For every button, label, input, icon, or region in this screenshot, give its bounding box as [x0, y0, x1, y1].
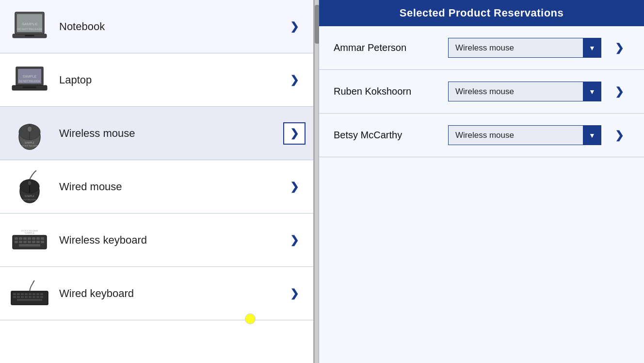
reservation-list: Ammar Peterson Wireless mouse Notebook L…: [319, 26, 644, 363]
svg-text:DO NOT RELEASE: DO NOT RELEASE: [17, 28, 43, 31]
wireless-keyboard-icon: SAMPLE DO NOT RELEASE: [8, 221, 51, 260]
product-name-wired-mouse: Wired mouse: [59, 181, 283, 193]
svg-rect-45: [13, 293, 16, 295]
wired-keyboard-icon: [8, 274, 51, 313]
svg-rect-47: [21, 293, 24, 295]
product-name-laptop: Laptop: [59, 74, 283, 86]
chevron-right-icon: ❯: [290, 287, 299, 300]
product-select-ammar[interactable]: Wireless mouse Notebook Laptop Wired mou…: [448, 38, 601, 58]
product-list: SAMPLE DO NOT RELEASE Notebook ❯ SAMPLE …: [0, 0, 314, 363]
svg-text:DO NOT RELEASE: DO NOT RELEASE: [21, 145, 38, 147]
panel-header: Selected Product Reservations: [319, 0, 644, 26]
chevron-right-icon: ❯: [290, 20, 299, 33]
chevron-right-icon: ❯: [290, 127, 299, 140]
notebook-chevron-button[interactable]: ❯: [283, 16, 306, 38]
chevron-right-icon: ❯: [615, 85, 624, 98]
svg-text:SAMPLE: SAMPLE: [22, 22, 37, 26]
product-select-betsy[interactable]: Wireless mouse Notebook Laptop Wired mou…: [448, 125, 601, 145]
wireless-mouse-icon: SAMPLE DO NOT RELEASE: [8, 114, 51, 153]
product-name-notebook: Notebook: [59, 20, 283, 33]
reservation-name-betsy: Betsy McCarthy: [334, 130, 440, 141]
svg-rect-27: [15, 237, 18, 240]
reservation-row-ammar: Ammar Peterson Wireless mouse Notebook L…: [319, 26, 644, 70]
svg-rect-40: [41, 241, 44, 243]
svg-rect-4: [25, 35, 34, 36]
svg-text:SAMPLE: SAMPLE: [25, 141, 35, 144]
chevron-right-icon: ❯: [615, 129, 624, 142]
chevron-right-icon: ❯: [290, 181, 299, 193]
svg-rect-58: [32, 296, 35, 298]
svg-rect-37: [28, 241, 31, 243]
svg-rect-33: [41, 237, 44, 240]
svg-rect-59: [36, 296, 39, 298]
reservation-name-ammar: Ammar Peterson: [334, 42, 440, 53]
panel-title: Selected Product Reservations: [400, 7, 564, 19]
svg-rect-52: [40, 293, 43, 295]
svg-rect-51: [36, 293, 39, 295]
svg-rect-48: [25, 293, 28, 295]
product-select-ruben[interactable]: Wireless mouse Notebook Laptop Wired mou…: [448, 82, 601, 101]
svg-text:SAMPLE: SAMPLE: [25, 195, 35, 198]
product-item-notebook[interactable]: SAMPLE DO NOT RELEASE Notebook ❯: [0, 0, 313, 53]
svg-rect-49: [29, 293, 32, 295]
svg-rect-36: [23, 241, 27, 243]
svg-rect-34: [15, 241, 18, 243]
svg-rect-41: [19, 244, 40, 247]
product-item-wireless-keyboard[interactable]: SAMPLE DO NOT RELEASE Wireless keyboard …: [0, 214, 313, 267]
product-item-wireless-mouse[interactable]: SAMPLE DO NOT RELEASE Wireless mouse ❯: [0, 107, 313, 160]
reservation-chevron-ruben[interactable]: ❯: [609, 82, 629, 102]
svg-rect-29: [23, 237, 27, 240]
svg-rect-32: [36, 237, 40, 240]
chevron-right-icon: ❯: [290, 234, 299, 247]
svg-rect-53: [13, 296, 16, 298]
svg-rect-57: [29, 296, 32, 298]
reservation-row-ruben: Ruben Kokshoorn Wireless mouse Notebook …: [319, 70, 644, 114]
product-name-wired-keyboard: Wired keyboard: [59, 287, 283, 300]
wireless-keyboard-chevron-button[interactable]: ❯: [283, 229, 306, 251]
wireless-mouse-chevron-button[interactable]: ❯: [283, 122, 306, 145]
svg-rect-38: [32, 241, 35, 243]
svg-rect-50: [32, 293, 35, 295]
reservation-chevron-ammar[interactable]: ❯: [609, 38, 629, 58]
chevron-right-icon: ❯: [290, 74, 299, 86]
product-select-wrapper-ruben: Wireless mouse Notebook Laptop Wired mou…: [448, 82, 601, 101]
wired-mouse-icon: SAMPLE NOT RELEASE: [8, 167, 51, 206]
svg-rect-35: [19, 241, 22, 243]
svg-rect-55: [21, 296, 24, 298]
product-name-wireless-mouse: Wireless mouse: [59, 127, 283, 140]
product-select-wrapper-betsy: Wireless mouse Notebook Laptop Wired mou…: [448, 125, 601, 145]
svg-rect-30: [28, 237, 31, 240]
svg-rect-54: [17, 296, 20, 298]
reservation-row-betsy: Betsy McCarthy Wireless mouse Notebook L…: [319, 114, 644, 157]
product-name-wireless-keyboard: Wireless keyboard: [59, 234, 283, 247]
svg-rect-13: [23, 86, 36, 88]
product-item-laptop[interactable]: SAMPLE DO NOT RELEASE Laptop ❯: [0, 53, 313, 107]
svg-point-17: [27, 126, 32, 132]
svg-text:SAMPLE: SAMPLE: [23, 75, 37, 78]
product-select-wrapper-ammar: Wireless mouse Notebook Laptop Wired mou…: [448, 38, 601, 58]
wired-keyboard-chevron-button[interactable]: ❯: [283, 282, 306, 305]
svg-rect-28: [19, 237, 22, 240]
svg-rect-60: [40, 296, 43, 298]
product-item-wired-mouse[interactable]: SAMPLE NOT RELEASE Wired mouse ❯: [0, 160, 313, 214]
scrollbar[interactable]: [314, 0, 319, 363]
wired-mouse-chevron-button[interactable]: ❯: [283, 176, 306, 198]
chevron-right-icon: ❯: [615, 42, 624, 54]
svg-rect-31: [32, 237, 35, 240]
product-item-wired-keyboard[interactable]: Wired keyboard ❯: [0, 267, 313, 320]
right-panel: Selected Product Reservations Ammar Pete…: [319, 0, 644, 363]
laptop-chevron-button[interactable]: ❯: [283, 69, 306, 91]
notebook-icon: SAMPLE DO NOT RELEASE: [8, 7, 51, 46]
svg-rect-56: [25, 296, 28, 298]
svg-text:NOT RELEASE: NOT RELEASE: [23, 198, 36, 201]
svg-rect-61: [17, 299, 42, 301]
laptop-icon: SAMPLE DO NOT RELEASE: [8, 61, 51, 99]
reservation-chevron-betsy[interactable]: ❯: [609, 125, 629, 146]
svg-text:DO NOT RELEASE: DO NOT RELEASE: [19, 80, 40, 82]
svg-rect-39: [36, 241, 40, 243]
svg-point-23: [28, 181, 32, 185]
svg-text:DO NOT RELEASE: DO NOT RELEASE: [21, 230, 38, 232]
svg-rect-46: [17, 293, 20, 295]
reservation-name-ruben: Ruben Kokshoorn: [334, 86, 440, 97]
